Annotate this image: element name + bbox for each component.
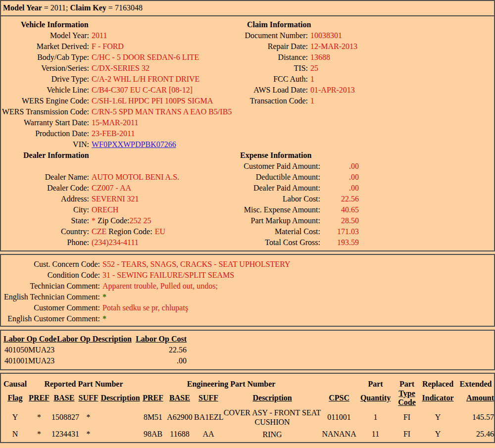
state-label: State: xyxy=(1,215,89,226)
vin-link[interactable]: WF0PXXWPDPBK07266 xyxy=(92,140,176,149)
field-label: Customer Paid Amount: xyxy=(229,161,320,172)
field-label: Misc. Expense Amount: xyxy=(229,204,320,215)
comment-row: English Technician Comment:* xyxy=(1,292,494,302)
field-value: 15-MAR-2011 xyxy=(92,118,139,127)
reported-suff-header: SUFF xyxy=(79,394,99,402)
parts-panel: Causal Reported Part Number Engineering … xyxy=(0,373,495,443)
dealer-row: Address:SEVERNI 321 xyxy=(1,194,229,204)
engineering-suff: BA1EZL xyxy=(194,407,223,427)
vehicle-row: Body/Cab Type:C/HC - 5 DOOR SEDAN-6 LITE xyxy=(1,52,229,63)
dealer-information-heading: Dealer Information xyxy=(1,150,229,161)
field-label: Warranty Start Date: xyxy=(1,117,89,128)
claim-title-bar: Model Year = 2011; Claim Key = 7163048 xyxy=(1,1,494,16)
reported-base: 1508827 xyxy=(51,407,77,427)
field-value: CZ007 - AA xyxy=(92,184,131,192)
engineering-pref-header: PREF xyxy=(143,394,163,402)
field-value: AUTO MOTOL BENI A.S. xyxy=(92,173,179,181)
part-type-group-header: Part xyxy=(395,376,419,389)
claim-row: Repair Date:12-MAR-2013 xyxy=(229,41,493,52)
field-label: Material Cost: xyxy=(229,226,320,237)
cpsc-value: 011001 xyxy=(322,407,356,427)
empty-group-header xyxy=(322,376,356,389)
causal-group-header: Causal xyxy=(3,376,27,389)
reported-pref: * xyxy=(27,427,51,441)
field-label: Total Cost Gross: xyxy=(229,237,320,248)
field-value: 23-FEB-2011 xyxy=(92,129,135,138)
expense-row: Part Markup Amount:28.50 xyxy=(229,215,493,226)
dealer-country-region-row: Country:CZERegion Code:EU xyxy=(1,226,229,237)
comment-row: Condition Code:31 - SEWING FAILURE/SPLIT… xyxy=(1,270,494,281)
expense-information-heading: Expense Information xyxy=(229,150,493,161)
parts-row: Y * 1508827 * 8M51 A62900 BA1EZL COVER A… xyxy=(3,407,495,427)
field-value: 12-MAR-2013 xyxy=(310,42,357,50)
parts-header-row: Flag PREF BASE SUFF Description PREF BAS… xyxy=(3,389,495,407)
zip-label: Zip Code: xyxy=(98,216,129,225)
reported-suff: * xyxy=(77,407,100,427)
vehicle-row: Model Year:2011 xyxy=(1,30,229,41)
comment-row: English Customer Comment:* xyxy=(1,313,494,324)
blank-row xyxy=(1,161,229,172)
replaced-indicator: Y xyxy=(419,427,456,441)
amount-value: 28.50 xyxy=(320,215,359,226)
country-value: CZE xyxy=(92,227,106,236)
field-label: Condition Code: xyxy=(1,270,100,281)
field-label: Repair Date: xyxy=(229,41,308,52)
field-label: WERS Engine Code: xyxy=(1,96,89,106)
field-label: Cust. Concern Code: xyxy=(1,259,100,270)
amount-value: .00 xyxy=(320,161,359,172)
comment-row: Customer Comment:Potah sedku se pr, chlu… xyxy=(1,302,494,313)
field-label: Address: xyxy=(1,194,89,204)
reported-description xyxy=(100,407,141,427)
extended-amount-header: Amount xyxy=(466,394,494,402)
field-label: Version/Series: xyxy=(1,63,89,74)
labor-op-description-header: Labor Op Description xyxy=(57,334,134,345)
field-label: Vehicle Line: xyxy=(1,85,89,96)
engineering-base: 11688 xyxy=(165,427,194,441)
dealer-state-zip-row: State:*Zip Code:252 25 xyxy=(1,215,229,226)
amount-value: .00 xyxy=(320,172,359,183)
field-label: Deductible Amount: xyxy=(229,172,320,183)
labor-op-code: 401001MUA23 xyxy=(3,355,57,366)
field-label: Labor Cost: xyxy=(229,194,320,204)
expense-row: Deductible Amount:.00 xyxy=(229,172,493,183)
field-value: 31 - SEWING FAILURE/SPLIT SEAMS xyxy=(102,271,234,279)
engineering-pref: 8M51 xyxy=(141,407,165,427)
engineering-suff: AA xyxy=(194,427,223,441)
amount-value: 22.56 xyxy=(320,194,359,204)
engineering-suff-header: SUFF xyxy=(198,394,218,402)
field-label: TIS: xyxy=(229,63,308,74)
part-quantity: 1 xyxy=(356,407,395,427)
labor-op-code-header: Labor Op Code xyxy=(3,334,57,345)
model-year-title-value: = 2011; xyxy=(44,3,70,12)
field-value: C/A-2 WHL L/H FRONT DRIVE xyxy=(92,75,199,83)
field-label: Technician Comment: xyxy=(1,281,100,292)
field-value: ORECH xyxy=(92,205,118,214)
main-info-area: Vehicle Information Model Year:2011 Mark… xyxy=(1,16,494,248)
amount-value: 40.65 xyxy=(320,204,359,215)
dealer-row: Dealer Code:CZ007 - AA xyxy=(1,183,229,194)
field-value: 2011 xyxy=(92,31,107,40)
field-value: 1 xyxy=(310,97,314,105)
claim-row: Document Number:10038301 xyxy=(229,30,493,41)
vehicle-row: Version/Series:C/DX-SERIES 32 xyxy=(1,63,229,74)
field-label: Customer Comment: xyxy=(1,302,100,313)
cpsc-header: CPSC xyxy=(329,394,349,402)
reported-base: 1234431 xyxy=(51,427,77,441)
claim-row: Distance:13688 xyxy=(229,52,493,63)
comments-panel: Cust. Concern Code:S52 - TEARS, SNAGS, C… xyxy=(0,254,495,327)
field-value: C/RN-5 SPD MAN TRANS A EAO B5/IB5 xyxy=(92,107,232,116)
labor-header-row: Labor Op Code Labor Op Description Labor… xyxy=(3,334,187,345)
part-quantity-group-header: Part xyxy=(356,376,395,389)
parts-table: Causal Reported Part Number Engineering … xyxy=(3,376,495,441)
right-info-column: Claim Information Document Number:100383… xyxy=(229,19,493,248)
vehicle-information-heading: Vehicle Information xyxy=(1,19,229,30)
field-label: WERS Transmission Code: xyxy=(1,106,89,117)
field-value: SEVERNI 321 xyxy=(92,195,139,203)
model-year-title-label: Model Year xyxy=(3,3,44,12)
field-label: Part Markup Amount: xyxy=(229,215,320,226)
reported-part-number-group-header: Reported Part Number xyxy=(27,376,141,389)
reported-description xyxy=(100,427,141,441)
engineering-description-header: Description xyxy=(252,394,292,402)
labor-op-description xyxy=(57,355,134,366)
extended-amount: 25.46 xyxy=(456,427,495,441)
